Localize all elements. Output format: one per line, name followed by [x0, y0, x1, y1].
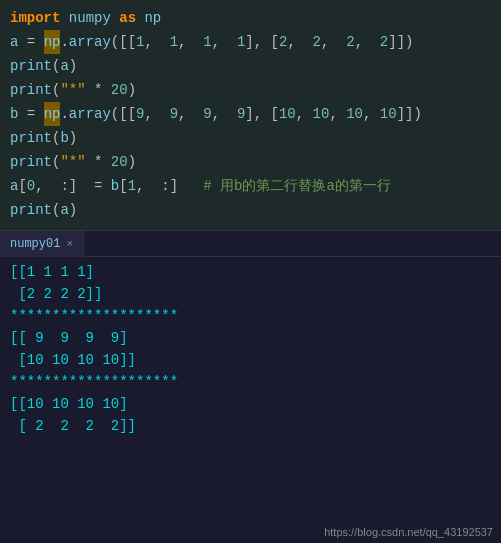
func-print-4: print	[10, 150, 52, 174]
output-line-8: [ 2 2 2 2]]	[10, 415, 491, 437]
output-line-4: [[ 9 9 9 9]	[10, 327, 491, 349]
output-content: [[1 1 1 1] [2 2 2 2]] ******************…	[0, 257, 501, 441]
var-a: a	[10, 30, 18, 54]
output-line-3: ********************	[10, 305, 491, 327]
code-line-1: import numpy as np	[10, 6, 491, 30]
np-ref-2: np	[44, 102, 61, 126]
code-line-9: print ( a )	[10, 198, 491, 222]
output-line-2: [2 2 2 2]]	[10, 283, 491, 305]
code-line-6: print ( b )	[10, 126, 491, 150]
output-line-6: ********************	[10, 371, 491, 393]
tab-label: numpy01	[10, 237, 60, 251]
tab-close-icon[interactable]: ×	[66, 238, 73, 250]
code-editor: import numpy as np a = np . array ([[ 1 …	[0, 0, 501, 230]
tab-numpy01[interactable]: numpy01 ×	[0, 231, 84, 257]
alias-np: np	[144, 6, 161, 30]
func-print-3: print	[10, 126, 52, 150]
module-numpy: numpy	[69, 6, 111, 30]
func-print-1: print	[10, 54, 52, 78]
watermark: https://blog.csdn.net/qq_43192537	[324, 526, 493, 538]
output-line-5: [10 10 10 10]]	[10, 349, 491, 371]
tab-bar: numpy01 ×	[0, 231, 501, 257]
code-line-4: print ( "*" * 20 )	[10, 78, 491, 102]
code-line-2: a = np . array ([[ 1 , 1 , 1 , 1 ], [ 2 …	[10, 30, 491, 54]
func-print-2: print	[10, 78, 52, 102]
code-line-5: b = np . array ([[ 9 , 9 , 9 , 9 ], [ 10…	[10, 102, 491, 126]
output-line-1: [[1 1 1 1]	[10, 261, 491, 283]
code-line-3: print ( a )	[10, 54, 491, 78]
func-print-5: print	[10, 198, 52, 222]
keyword-as: as	[119, 6, 136, 30]
output-area: numpy01 × [[1 1 1 1] [2 2 2 2]] ********…	[0, 231, 501, 543]
output-line-7: [[10 10 10 10]	[10, 393, 491, 415]
func-array-2: array	[69, 102, 111, 126]
code-line-8: a [ 0 , :] = b [ 1 , :] # 用b的第二行替换a的第一行	[10, 174, 491, 198]
keyword-import: import	[10, 6, 60, 30]
code-line-7: print ( "*" * 20 )	[10, 150, 491, 174]
comment-replace: # 用b的第二行替换a的第一行	[203, 174, 391, 198]
np-ref-1: np	[44, 30, 61, 54]
var-b: b	[10, 102, 18, 126]
func-array-1: array	[69, 30, 111, 54]
